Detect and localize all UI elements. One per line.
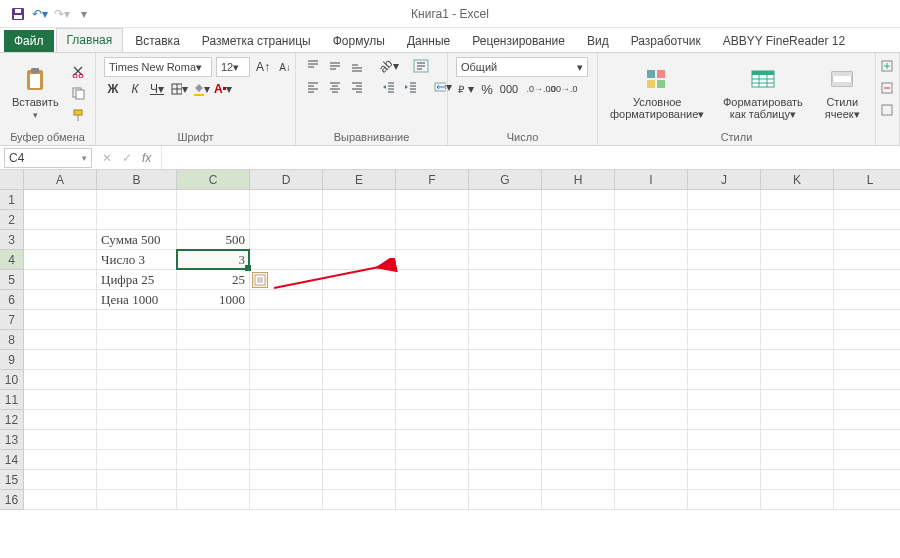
cell-E13[interactable] (323, 430, 396, 450)
cell-A7[interactable] (24, 310, 97, 330)
cell-H6[interactable] (542, 290, 615, 310)
align-middle-button[interactable] (326, 57, 344, 75)
cell-B1[interactable] (97, 190, 177, 210)
cell-D15[interactable] (250, 470, 323, 490)
col-header-F[interactable]: F (396, 170, 469, 190)
cell-E8[interactable] (323, 330, 396, 350)
cell-E12[interactable] (323, 410, 396, 430)
row-header-4[interactable]: 4 (0, 250, 24, 270)
decrease-decimal-button[interactable]: .00→.0 (554, 80, 572, 98)
cell-A2[interactable] (24, 210, 97, 230)
italic-button[interactable]: К (126, 80, 144, 98)
cell-L11[interactable] (834, 390, 900, 410)
cell-J14[interactable] (688, 450, 761, 470)
accounting-format-button[interactable]: ₽▾ (456, 80, 474, 98)
cell-L8[interactable] (834, 330, 900, 350)
cell-G9[interactable] (469, 350, 542, 370)
cell-K3[interactable] (761, 230, 834, 250)
cell-F15[interactable] (396, 470, 469, 490)
row-header-13[interactable]: 13 (0, 430, 24, 450)
cell-I13[interactable] (615, 430, 688, 450)
cell-K11[interactable] (761, 390, 834, 410)
cell-A13[interactable] (24, 430, 97, 450)
cell-C11[interactable] (177, 390, 250, 410)
cell-D7[interactable] (250, 310, 323, 330)
cell-D11[interactable] (250, 390, 323, 410)
increase-font-button[interactable]: A↑ (254, 58, 272, 76)
cell-B8[interactable] (97, 330, 177, 350)
cell-L2[interactable] (834, 210, 900, 230)
cell-J2[interactable] (688, 210, 761, 230)
tab-insert[interactable]: Вставка (125, 30, 190, 52)
cell-E6[interactable] (323, 290, 396, 310)
cell-E9[interactable] (323, 350, 396, 370)
cell-J9[interactable] (688, 350, 761, 370)
cell-D12[interactable] (250, 410, 323, 430)
format-painter-button[interactable] (69, 106, 87, 124)
col-header-B[interactable]: B (97, 170, 177, 190)
cell-E4[interactable] (323, 250, 396, 270)
cell-J5[interactable] (688, 270, 761, 290)
cell-G2[interactable] (469, 210, 542, 230)
cell-I12[interactable] (615, 410, 688, 430)
tab-home[interactable]: Главная (56, 28, 124, 52)
cell-I14[interactable] (615, 450, 688, 470)
insert-cells-button[interactable] (878, 57, 896, 75)
comma-format-button[interactable]: 000 (500, 80, 518, 98)
row-header-5[interactable]: 5 (0, 270, 24, 290)
cell-D13[interactable] (250, 430, 323, 450)
align-center-button[interactable] (326, 78, 344, 96)
cell-D16[interactable] (250, 490, 323, 510)
cell-A3[interactable] (24, 230, 97, 250)
cell-L3[interactable] (834, 230, 900, 250)
cell-H4[interactable] (542, 250, 615, 270)
cell-F16[interactable] (396, 490, 469, 510)
cell-D8[interactable] (250, 330, 323, 350)
select-all-button[interactable] (0, 170, 24, 190)
conditional-formatting-button[interactable]: Условное форматирование▾ (606, 64, 708, 122)
cell-F12[interactable] (396, 410, 469, 430)
cell-J4[interactable] (688, 250, 761, 270)
cell-K16[interactable] (761, 490, 834, 510)
col-header-D[interactable]: D (250, 170, 323, 190)
cell-F9[interactable] (396, 350, 469, 370)
cell-J11[interactable] (688, 390, 761, 410)
row-header-9[interactable]: 9 (0, 350, 24, 370)
undo-icon[interactable]: ↶▾ (32, 6, 48, 22)
cell-G12[interactable] (469, 410, 542, 430)
cell-F1[interactable] (396, 190, 469, 210)
cell-D2[interactable] (250, 210, 323, 230)
cell-L7[interactable] (834, 310, 900, 330)
cell-A11[interactable] (24, 390, 97, 410)
col-header-A[interactable]: A (24, 170, 97, 190)
row-header-6[interactable]: 6 (0, 290, 24, 310)
cell-B3[interactable]: Сумма 500 (97, 230, 177, 250)
cell-H11[interactable] (542, 390, 615, 410)
cell-G11[interactable] (469, 390, 542, 410)
cell-G13[interactable] (469, 430, 542, 450)
tab-formulas[interactable]: Формулы (323, 30, 395, 52)
font-size-combo[interactable]: 12 ▾ (216, 57, 250, 77)
cell-H3[interactable] (542, 230, 615, 250)
cell-E5[interactable] (323, 270, 396, 290)
cell-H13[interactable] (542, 430, 615, 450)
col-header-G[interactable]: G (469, 170, 542, 190)
cell-G1[interactable] (469, 190, 542, 210)
formula-input[interactable] (161, 146, 900, 169)
cell-H10[interactable] (542, 370, 615, 390)
cell-D9[interactable] (250, 350, 323, 370)
row-header-15[interactable]: 15 (0, 470, 24, 490)
cell-B9[interactable] (97, 350, 177, 370)
cell-F5[interactable] (396, 270, 469, 290)
cell-B10[interactable] (97, 370, 177, 390)
cell-D3[interactable] (250, 230, 323, 250)
col-header-L[interactable]: L (834, 170, 900, 190)
tab-file[interactable]: Файл (4, 30, 54, 52)
cell-H8[interactable] (542, 330, 615, 350)
cell-L6[interactable] (834, 290, 900, 310)
col-header-K[interactable]: K (761, 170, 834, 190)
cell-B16[interactable] (97, 490, 177, 510)
cell-D4[interactable] (250, 250, 323, 270)
cell-I4[interactable] (615, 250, 688, 270)
cell-F6[interactable] (396, 290, 469, 310)
